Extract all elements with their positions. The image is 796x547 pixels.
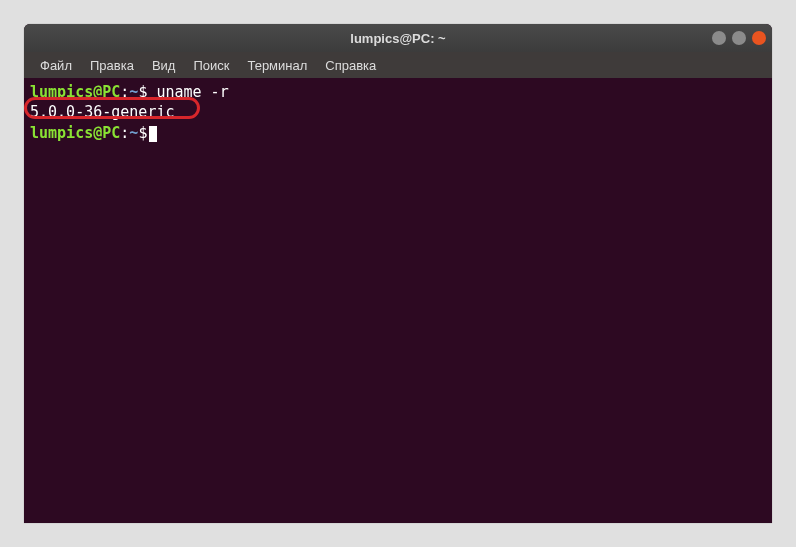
menu-search[interactable]: Поиск <box>185 55 237 76</box>
window-controls <box>712 31 766 45</box>
terminal-line-3: lumpics@PC:~$ <box>30 123 766 143</box>
window-title: lumpics@PC: ~ <box>350 31 445 46</box>
titlebar[interactable]: lumpics@PC: ~ <box>24 24 772 52</box>
prompt-sep2: $ <box>138 83 147 101</box>
menu-edit[interactable]: Правка <box>82 55 142 76</box>
prompt-sep2: $ <box>138 124 147 142</box>
close-button[interactable] <box>752 31 766 45</box>
terminal-window: lumpics@PC: ~ Файл Правка Вид Поиск Терм… <box>24 24 772 523</box>
menu-view[interactable]: Вид <box>144 55 184 76</box>
terminal-line-2: 5.0.0-36-generic <box>30 102 766 122</box>
terminal-line-1: lumpics@PC:~$ uname -r <box>30 82 766 102</box>
prompt-user: lumpics@PC <box>30 83 120 101</box>
command-output: 5.0.0-36-generic <box>30 103 175 121</box>
menu-help[interactable]: Справка <box>317 55 384 76</box>
command-text: uname -r <box>156 83 228 101</box>
prompt-user: lumpics@PC <box>30 124 120 142</box>
prompt-sep1: : <box>120 83 129 101</box>
menu-terminal[interactable]: Терминал <box>239 55 315 76</box>
prompt-sep1: : <box>120 124 129 142</box>
terminal-body[interactable]: lumpics@PC:~$ uname -r 5.0.0-36-generic … <box>24 78 772 523</box>
cursor <box>149 126 157 142</box>
menu-file[interactable]: Файл <box>32 55 80 76</box>
minimize-button[interactable] <box>712 31 726 45</box>
menubar: Файл Правка Вид Поиск Терминал Справка <box>24 52 772 78</box>
maximize-button[interactable] <box>732 31 746 45</box>
